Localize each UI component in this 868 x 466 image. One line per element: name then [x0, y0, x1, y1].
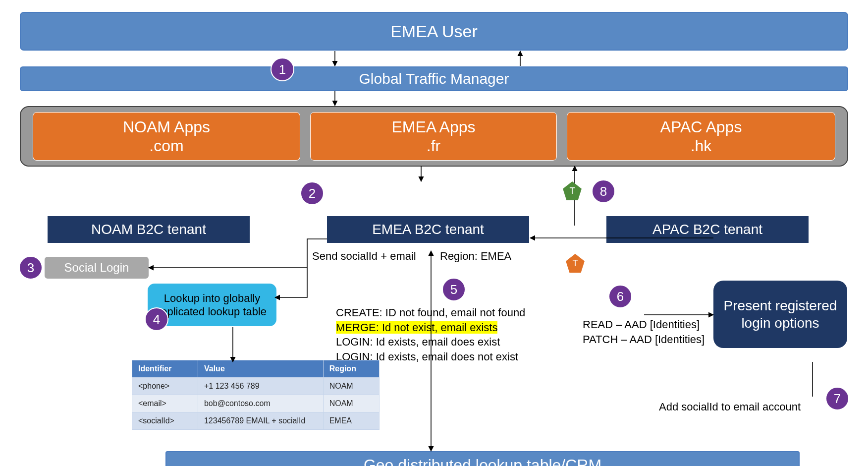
apac-apps-title: APAC Apps [660, 117, 742, 136]
step-4-num: 4 [153, 312, 160, 327]
apac-tenant-label: APAC B2C tenant [652, 222, 762, 237]
table-row: <phone> +1 123 456 789 NOAM [132, 378, 380, 395]
apac-apps-tld: .hk [660, 136, 742, 155]
table-header-row: Identifier Value Region [132, 360, 380, 378]
apac-tenant: APAC B2C tenant [606, 216, 809, 243]
decision-merge: MERGE: Id not exist, email exists [336, 321, 497, 334]
emea-user-bar: EMEA User [20, 12, 848, 51]
th-identifier: Identifier [132, 360, 198, 378]
token-label: T [562, 180, 583, 201]
gtm-label: Global Traffic Manager [359, 70, 509, 87]
apac-apps: APAC Apps .hk [567, 112, 835, 161]
cell: EMEA [323, 412, 379, 430]
social-login: Social Login [45, 257, 149, 279]
aad-block: READ – AAD [Identities] PATCH – AAD [Ide… [583, 317, 705, 347]
footer-bar: Geo distributed lookup table/CRM [165, 451, 800, 466]
decision-login1: LOGIN: Id exists, email does exist [336, 335, 525, 350]
cell: NOAM [323, 395, 379, 412]
th-region: Region [323, 360, 379, 378]
label-add-social: Add socialId to email account [659, 401, 801, 413]
lookup-box-label: Lookup into globally replicated lookup t… [155, 291, 270, 319]
social-login-label: Social Login [64, 261, 129, 275]
cell: +1 123 456 789 [198, 378, 323, 395]
step-3-num: 3 [27, 260, 34, 276]
cell: <email> [132, 395, 198, 412]
decision-create: CREATE: ID not found, email not found [336, 305, 525, 320]
noam-apps-tld: .com [123, 136, 210, 155]
decision-block: CREATE: ID not found, email not found ME… [336, 305, 525, 364]
step-6-num: 6 [617, 289, 624, 304]
step-1-num: 1 [279, 62, 286, 77]
gtm-bar: Global Traffic Manager [20, 66, 848, 91]
noam-apps-title: NOAM Apps [123, 117, 210, 136]
step-6: 6 [608, 285, 632, 308]
token-label-2: T [565, 253, 586, 274]
step-3: 3 [19, 256, 43, 280]
step-5: 5 [442, 278, 466, 301]
lookup-table: Identifier Value Region <phone> +1 123 4… [132, 360, 380, 430]
cell: <socialId> [132, 412, 198, 430]
label-region: Region: EMEA [440, 250, 511, 263]
step-5-num: 5 [450, 282, 457, 297]
step-8: 8 [592, 179, 615, 203]
emea-tenant: EMEA B2C tenant [327, 216, 529, 243]
cell: NOAM [323, 378, 379, 395]
noam-apps: NOAM Apps .com [33, 112, 300, 161]
noam-tenant-label: NOAM B2C tenant [91, 222, 206, 237]
footer-label: Geo distributed lookup table/CRM [364, 456, 601, 466]
label-send: Send socialId + email [312, 250, 416, 263]
step-7: 7 [825, 387, 849, 410]
step-4: 4 [145, 307, 168, 331]
aad-patch: PATCH – AAD [Identities] [583, 332, 705, 347]
token-pentagon-orange: T [565, 253, 586, 274]
step-8-num: 8 [600, 184, 607, 199]
aad-read: READ – AAD [Identities] [583, 317, 705, 332]
present-box-label: Present registered login options [713, 297, 847, 332]
th-value: Value [198, 360, 323, 378]
cell: bob@contoso.com [198, 395, 323, 412]
token-pentagon-green: T [562, 180, 583, 201]
emea-apps-title: EMEA Apps [392, 117, 476, 136]
step-1: 1 [271, 58, 294, 81]
emea-apps: EMEA Apps .fr [310, 112, 557, 161]
step-2: 2 [300, 181, 324, 205]
emea-apps-tld: .fr [392, 136, 476, 155]
cell: 123456789 EMAIL + socialId [198, 412, 323, 430]
step-7-num: 7 [834, 391, 841, 407]
present-box: Present registered login options [713, 281, 847, 348]
emea-user-label: EMEA User [390, 22, 478, 41]
noam-tenant: NOAM B2C tenant [48, 216, 250, 243]
table-row: <email> bob@contoso.com NOAM [132, 395, 380, 412]
table-row: <socialId> 123456789 EMAIL + socialId EM… [132, 412, 380, 430]
cell: <phone> [132, 378, 198, 395]
step-2-num: 2 [309, 186, 316, 201]
emea-tenant-label: EMEA B2C tenant [372, 222, 484, 237]
